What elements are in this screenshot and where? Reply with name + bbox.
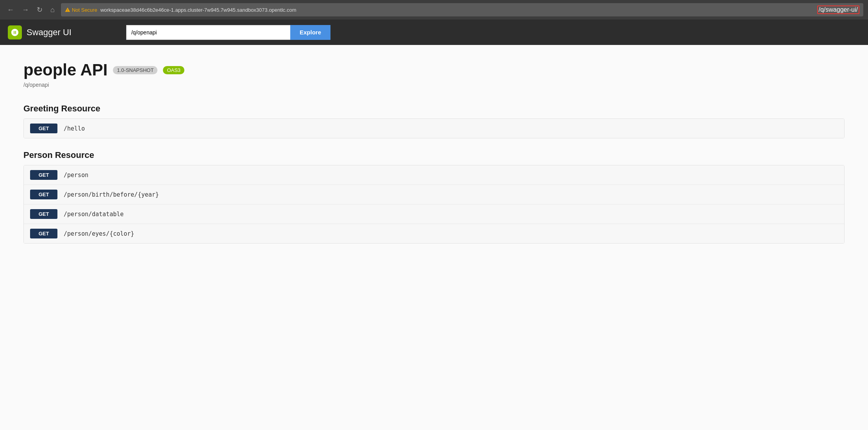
back-button[interactable]: ← [5, 5, 16, 15]
home-button[interactable]: ⌂ [48, 5, 57, 15]
method-badge: GET [30, 124, 57, 133]
resource-title-0: Greeting Resource [23, 104, 845, 114]
swagger-header: Swagger UI Explore [0, 20, 868, 45]
endpoint-path: /person/eyes/{color} [64, 230, 134, 237]
endpoint-row[interactable]: GET/person/eyes/{color} [24, 224, 844, 243]
resources-container: Greeting ResourceGET/helloPerson Resourc… [23, 104, 845, 244]
oas3-badge: OAS3 [163, 66, 184, 74]
endpoint-list-0: GET/hello [23, 118, 845, 138]
api-title: people API [23, 61, 107, 79]
api-info: people API 1.0-SNAPSHOT OAS3 /q/openapi [23, 61, 845, 88]
nav-buttons: ← → ↻ ⌂ [5, 5, 57, 15]
warning-icon [65, 7, 70, 13]
api-url-input[interactable] [126, 25, 290, 40]
method-badge: GET [30, 190, 57, 199]
resource-section-1: Person ResourceGET/personGET/person/birt… [23, 150, 845, 244]
endpoint-path: /person/birth/before/{year} [64, 191, 159, 198]
address-highlighted-text: /q/swagger-ui/ [817, 5, 860, 14]
explore-bar: Explore [126, 25, 330, 40]
forward-button[interactable]: → [20, 5, 31, 15]
snapshot-badge: 1.0-SNAPSHOT [113, 66, 157, 74]
swagger-logo-text: Swagger UI [27, 27, 71, 38]
api-title-row: people API 1.0-SNAPSHOT OAS3 [23, 61, 845, 79]
browser-chrome: ← → ↻ ⌂ Not Secure workspaceae38d46c6b2e… [0, 0, 868, 20]
method-badge: GET [30, 170, 57, 180]
endpoint-row[interactable]: GET/hello [24, 119, 844, 138]
api-url: /q/openapi [23, 82, 845, 88]
swagger-logo: Swagger UI [8, 25, 71, 39]
explore-button[interactable]: Explore [290, 25, 330, 40]
swagger-logo-icon [8, 25, 22, 39]
resource-title-1: Person Resource [23, 150, 845, 160]
method-badge: GET [30, 209, 57, 219]
swagger-icon [11, 28, 19, 37]
endpoint-path: /person/datatable [64, 211, 124, 218]
endpoint-row[interactable]: GET/person/datatable [24, 204, 844, 224]
endpoint-path: /hello [64, 125, 85, 132]
endpoint-list-1: GET/personGET/person/birth/before/{year}… [23, 165, 845, 244]
method-badge: GET [30, 229, 57, 238]
address-base-text: workspaceae38d46c6b2e46ce-1.apps.cluster… [100, 7, 817, 13]
not-secure-badge: Not Secure [65, 7, 97, 13]
main-content: people API 1.0-SNAPSHOT OAS3 /q/openapi … [0, 45, 868, 430]
address-bar[interactable]: Not Secure workspaceae38d46c6b2e46ce-1.a… [61, 3, 863, 16]
endpoint-row[interactable]: GET/person/birth/before/{year} [24, 185, 844, 204]
endpoint-path: /person [64, 172, 88, 179]
endpoint-row[interactable]: GET/person [24, 165, 844, 185]
resource-section-0: Greeting ResourceGET/hello [23, 104, 845, 138]
refresh-button[interactable]: ↻ [34, 5, 45, 15]
not-secure-label: Not Secure [72, 7, 97, 13]
